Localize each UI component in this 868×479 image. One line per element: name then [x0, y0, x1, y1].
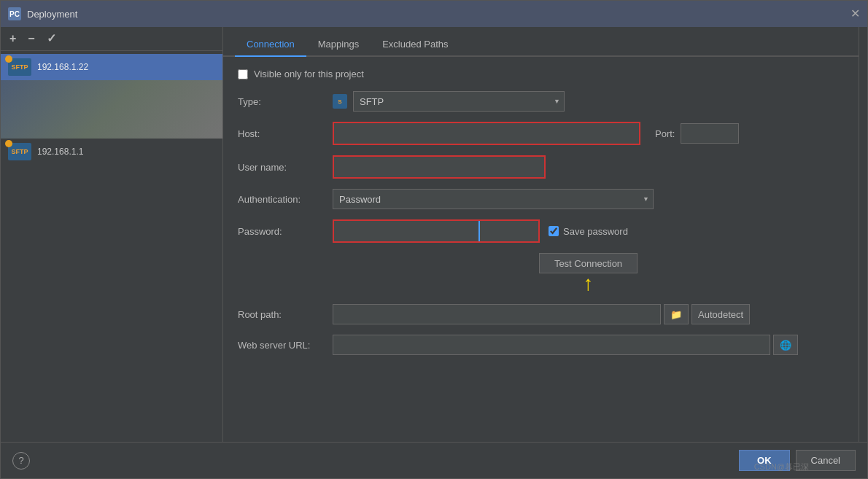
remove-server-button[interactable]: −	[25, 31, 37, 46]
thumbnail-overlay	[1, 80, 222, 139]
port-label: Port:	[655, 128, 675, 139]
username-input[interactable]	[334, 157, 544, 177]
host-row: Host: Port: 22	[238, 122, 844, 145]
list-item[interactable]: SFTP 192.168.1.1	[1, 139, 222, 165]
sidebar: + − ✓ SFTP 192.168.1.22 SFTP	[1, 27, 223, 442]
test-connection-section: Test Connection ↑	[333, 253, 844, 294]
password-input[interactable]	[334, 221, 480, 241]
globe-icon: 🌐	[780, 340, 791, 351]
host-input[interactable]	[334, 123, 639, 144]
username-label: User name:	[238, 162, 333, 173]
username-row: User name:	[238, 155, 844, 179]
watermark: CSDN@暮已深	[754, 462, 809, 472]
browse-folder-button[interactable]: 📁	[664, 304, 689, 324]
web-url-label: Web server URL:	[238, 340, 333, 351]
deployment-dialog: PC Deployment ✕ + − ✓ SFTP 192.168.1.22	[0, 0, 868, 479]
tab-connection[interactable]: Connection	[235, 33, 306, 57]
tab-excluded-paths[interactable]: Excluded Paths	[371, 33, 460, 57]
auth-select-wrapper: Password Key pair OpenSSH config and aut…	[333, 189, 654, 209]
server-thumbnail	[1, 80, 222, 139]
auth-select[interactable]: Password Key pair OpenSSH config and aut…	[333, 189, 654, 209]
content-area: + − ✓ SFTP 192.168.1.22 SFTP	[1, 27, 867, 442]
sftp-icon: SFTP	[8, 58, 31, 76]
arrow-annotation: ↑	[584, 273, 594, 294]
server-list: SFTP 192.168.1.22 SFTP 192.168.1.1	[1, 51, 222, 442]
title-bar-left: PC Deployment	[8, 7, 77, 20]
server-hostname-2: 192.168.1.1	[37, 147, 83, 157]
root-path-input[interactable]: /	[333, 304, 661, 324]
title-bar: PC Deployment ✕	[1, 1, 867, 27]
auth-label: Authentication:	[238, 194, 333, 205]
host-field-wrapper	[333, 122, 640, 145]
type-select-wrapper-outer: S SFTP FTP Local or mounted folder	[333, 91, 565, 112]
sftp-type-icon: S	[333, 94, 347, 109]
visible-only-checkbox[interactable]	[238, 69, 248, 79]
save-password-row: Save password	[549, 226, 628, 237]
port-input[interactable]: 22	[681, 123, 739, 144]
add-server-button[interactable]: +	[7, 31, 19, 46]
sidebar-item-label: 192.168.1.22	[37, 62, 88, 72]
close-button[interactable]: ✕	[850, 8, 860, 20]
open-browser-button[interactable]: 🌐	[773, 335, 798, 355]
tab-mappings[interactable]: Mappings	[306, 33, 371, 57]
bottom-bar: ? OK Cancel	[1, 442, 867, 478]
sidebar-toolbar: + − ✓	[1, 27, 222, 51]
scrollbar[interactable]	[859, 27, 867, 442]
password-label: Password:	[238, 226, 333, 237]
help-button[interactable]: ?	[12, 452, 30, 470]
password-row: Password: Save password	[238, 219, 844, 243]
type-select-wrapper: SFTP FTP Local or mounted folder	[353, 91, 565, 112]
test-connection-button[interactable]: Test Connection	[539, 253, 638, 273]
root-path-label: Root path:	[238, 309, 333, 320]
auth-row: Authentication: Password Key pair OpenSS…	[238, 189, 844, 209]
sidebar-item-label: 192.168.1.1	[37, 147, 83, 157]
autodetect-button[interactable]: Autodetect	[691, 304, 750, 324]
type-row: Type: S SFTP FTP Local or mounted folder	[238, 91, 844, 112]
sftp-icon: SFTP	[8, 143, 31, 160]
visible-only-label: Visible only for this project	[254, 69, 364, 79]
main-panel: Connection Mappings Excluded Paths Visib…	[223, 27, 859, 442]
save-password-checkbox[interactable]	[549, 226, 559, 236]
apply-button[interactable]: ✓	[44, 31, 59, 46]
server-hostname: 192.168.1.22	[37, 62, 88, 72]
list-item[interactable]: SFTP 192.168.1.22	[1, 54, 222, 80]
web-url-row: Web server URL: http:/// 🌐	[238, 335, 844, 355]
save-password-label: Save password	[563, 226, 628, 237]
tab-bar: Connection Mappings Excluded Paths	[223, 27, 859, 57]
type-label: Type:	[238, 96, 333, 107]
folder-icon: 📁	[670, 309, 682, 320]
password-extra	[480, 221, 538, 241]
password-field-wrapper	[333, 219, 540, 243]
web-url-input[interactable]: http:///	[333, 335, 770, 355]
dialog-title: Deployment	[27, 9, 77, 20]
host-label: Host:	[238, 128, 333, 139]
username-field-wrapper	[333, 155, 546, 179]
app-icon: PC	[8, 7, 21, 20]
connection-tab-content: Visible only for this project Type: S SF…	[223, 57, 859, 442]
visible-only-row: Visible only for this project	[238, 69, 844, 79]
type-select[interactable]: SFTP FTP Local or mounted folder	[353, 91, 565, 112]
root-path-row: Root path: / 📁 Autodetect	[238, 304, 844, 324]
